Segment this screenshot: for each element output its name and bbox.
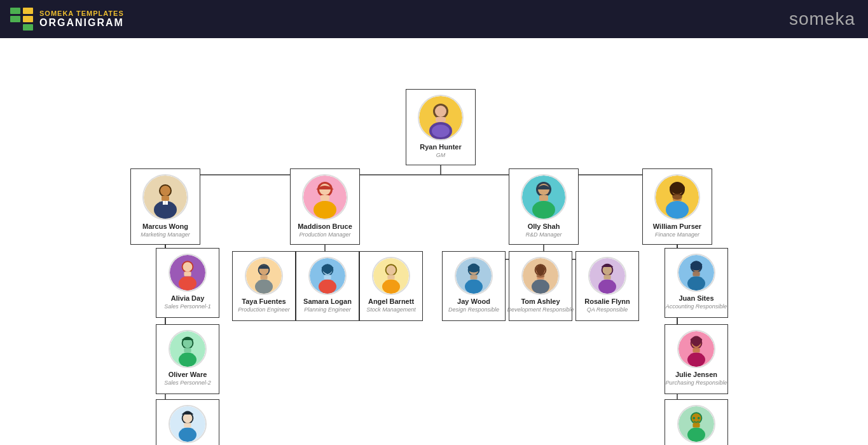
node-taya: Taya Fuentes Production Engineer [232,251,296,321]
role-taya: Production Engineer [238,306,290,313]
name-maddison: Maddison Bruce [298,222,352,230]
svg-point-60 [532,201,555,219]
svg-point-42 [432,125,450,137]
brand-label: SOMEKA TEMPLATES [39,10,124,17]
svg-point-122 [179,428,196,442]
svg-point-112 [179,353,196,367]
node-julie: Julie Jensen Purchasing Responsible [665,324,728,394]
avatar-tom [521,257,560,295]
node-samara: Samara Logan Planning Engineer [296,251,359,321]
svg-point-71 [179,277,196,291]
avatar-maddison [302,174,348,220]
svg-rect-123 [184,423,191,427]
node-juan: Juan Sites Accounting Responsible [665,248,728,318]
svg-point-129 [692,417,695,420]
svg-rect-56 [320,195,329,201]
role-maddison: Production Manager [299,231,350,238]
someka-wordmark: someka [789,9,855,29]
avatar-charles [677,405,715,443]
role-tom: Development Responsible [507,306,574,313]
name-ryan: Ryan Hunter [420,143,461,151]
svg-rect-44 [436,117,446,122]
svg-point-65 [666,201,689,219]
svg-point-43 [435,106,446,117]
node-oliver: Oliver Ware Sales Personnel-2 [156,324,219,394]
svg-point-55 [313,201,336,219]
role-olly: R&D Manager [525,231,561,238]
svg-rect-128 [692,423,699,427]
svg-rect-113 [184,348,191,352]
node-angel: Angel Barnett Stock Management [359,251,423,321]
svg-rect-3 [23,16,33,22]
svg-rect-4 [23,24,33,31]
svg-rect-77 [260,275,267,279]
svg-point-96 [532,280,549,294]
name-juan: Juan Sites [679,294,713,302]
role-rosalie: QA Responsible [587,306,628,313]
app-logo-icon [10,8,33,31]
svg-point-76 [255,280,273,294]
svg-rect-2 [23,8,33,14]
avatar-ryan [418,95,464,140]
role-jay: Design Responsible [448,306,499,313]
avatar-william [654,174,700,220]
svg-rect-87 [387,275,394,279]
avatar-henrietta [169,405,207,443]
name-oliver: Oliver Ware [169,371,207,378]
avatar-juan [677,254,715,292]
role-juan: Accounting Responsible [666,303,727,310]
svg-rect-103 [603,275,610,279]
svg-point-107 [687,277,705,291]
svg-rect-92 [470,275,477,279]
svg-rect-72 [184,271,191,276]
node-tom: Tom Ashley Development Responsible [509,251,572,321]
node-william: William Purser Finance Manager [642,168,712,245]
svg-rect-61 [539,195,548,201]
avatar-oliver [169,330,207,368]
avatar-olly [521,174,567,220]
node-henrietta: Henrietta Ortiz Customer Support [156,399,219,445]
node-charles: Charles Curry Finance Responsible [665,399,728,445]
svg-point-91 [465,280,483,294]
name-alivia: Alivia Day [171,294,205,302]
name-william: William Purser [653,222,701,230]
name-taya: Taya Fuentes [242,298,286,305]
avatar-julie [677,330,715,368]
node-jay: Jay Wood Design Responsible [442,251,506,321]
name-samara: Samara Logan [303,298,352,305]
svg-point-85 [387,265,396,275]
node-rosalie: Rosalie Flynn QA Responsible [575,251,639,321]
avatar-samara [308,257,347,295]
svg-point-117 [687,353,705,367]
node-maddison: Maddison Bruce Production Manager [290,168,360,245]
role-marcus: Marketing Manager [141,231,190,238]
header-text: SOMEKA TEMPLATES ORGANIGRAM [39,10,124,29]
svg-point-86 [382,280,400,294]
name-angel: Angel Barnett [368,298,414,305]
page-title: ORGANIGRAM [39,17,124,29]
role-samara: Planning Engineer [304,306,351,313]
name-olly: Olly Shah [528,222,560,230]
name-rosalie: Rosalie Flynn [584,298,630,305]
role-angel: Stock Management [366,306,416,313]
avatar-marcus [142,174,188,220]
node-olly: Olly Shah R&D Manager [509,168,579,245]
svg-point-127 [687,428,705,442]
node-ryan: Ryan Hunter GM [406,89,476,165]
svg-point-121 [183,413,193,423]
svg-point-47 [160,186,170,196]
svg-rect-1 [10,16,20,22]
logo-area: SOMEKA TEMPLATES ORGANIGRAM [10,8,124,31]
role-julie: Purchasing Responsible [665,380,727,386]
avatar-taya [245,257,283,295]
svg-point-70 [183,262,193,271]
svg-rect-0 [10,8,20,14]
main-content: Ryan Hunter GM Marcus Wong Marketing Man… [0,38,868,445]
role-william: Finance Manager [655,231,699,238]
svg-point-67 [672,193,682,200]
svg-rect-49 [162,196,169,201]
org-chart: Ryan Hunter GM Marcus Wong Marketing Man… [0,38,868,445]
node-marcus: Marcus Wong Marketing Manager [130,168,200,245]
avatar-jay [455,257,493,295]
svg-point-81 [319,280,336,294]
